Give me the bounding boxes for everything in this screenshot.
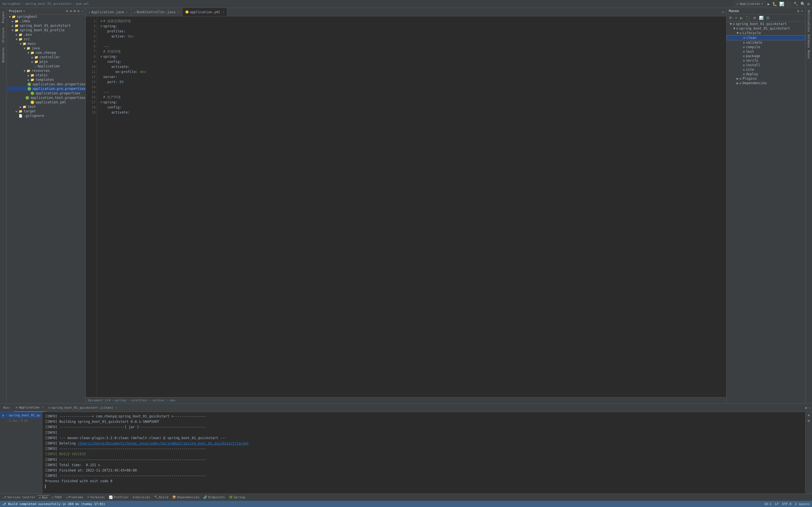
maven-item-install[interactable]: ⚙install [726, 63, 805, 67]
toolbar-spring[interactable]: 🌿 Spring [227, 496, 247, 499]
tree-item-sb02[interactable]: ▼📁spring_boot_02_profile [7, 28, 86, 33]
filter-icon[interactable]: ⊞ [73, 9, 75, 13]
editor-gear-icon[interactable]: ⚙ [720, 10, 726, 14]
tree-item-app_dev[interactable]: 🟢application.dev.properties [7, 82, 86, 87]
run-icon[interactable]: ▶ [767, 2, 770, 6]
tree-item-idea[interactable]: ▶📁.idea [7, 19, 86, 23]
tab-close-yml[interactable]: ✕ [222, 10, 224, 13]
tree-item-app_test[interactable]: 🟢application.test.properties [7, 96, 86, 100]
run-process-item[interactable]: ▶ ✓ spring_boot_01_qu [0, 412, 42, 418]
fold-icon-8[interactable]: ▼ [99, 54, 103, 59]
structure-icon[interactable]: Structure [2, 26, 5, 44]
tree-item-app_pro[interactable]: 🟢application.pro.properties [7, 87, 86, 91]
tree-item-resources[interactable]: ▼📁resources [7, 68, 86, 73]
tab-close-application[interactable]: ✕ [126, 10, 128, 13]
profile-icon[interactable]: 📊 [779, 2, 784, 6]
maven-item-lifecycle[interactable]: ▼⚙Lifecycle [726, 31, 805, 35]
run-minimize-icon[interactable]: — [809, 406, 811, 410]
tree-item-app_props[interactable]: 🟢application.properties [7, 91, 86, 96]
maven-add-btn[interactable]: + [734, 15, 738, 20]
tree-item-gitignore[interactable]: 📄.gitignore [7, 114, 86, 118]
tab-bookcontroller-java[interactable]: ☕ BookController.java ✕ [131, 8, 183, 16]
fold-icon-2[interactable]: ▼ [99, 24, 103, 29]
toolbar-problems[interactable]: ⚠ Problems [64, 496, 85, 499]
sort-icon[interactable]: ≡ [70, 9, 72, 13]
panel-settings-icon[interactable]: ⚙ [78, 9, 80, 13]
run-console[interactable]: [INFO] ----------------< com.chenyq:spri… [42, 412, 805, 494]
code-area[interactable]: ▼# 设置启用的环境▼spring: profiles: active: dev… [97, 16, 726, 397]
build-icon[interactable]: 🔨 [794, 2, 798, 6]
tree-item-main[interactable]: ▼📁main [7, 41, 86, 46]
console-filter-icon[interactable]: ⊞ [808, 419, 810, 423]
tree-root[interactable]: ▼📁springboot [7, 14, 86, 19]
tree-item-target[interactable]: ▶📁target [7, 109, 86, 114]
toolbar-services[interactable]: ⚙ Services [131, 496, 152, 499]
toolbar-dependencies[interactable]: 📦 Dependencies [170, 496, 201, 499]
tab-application-yml[interactable]: 🟡 application.yml ✕ [183, 8, 227, 16]
bookmarks-icon[interactable]: Bookmarks [2, 46, 5, 64]
maven-item-validate[interactable]: ⚙validate [726, 40, 805, 45]
panel-close-icon[interactable]: — [81, 9, 83, 13]
tab-application-java[interactable]: ☕ Application.java ✕ [86, 8, 131, 16]
tab-clean-close[interactable]: ✕ [115, 406, 117, 409]
maven-minimize-icon[interactable]: — [801, 9, 803, 13]
run-settings-icon[interactable]: ⚙ [805, 406, 807, 410]
fold-icon-1[interactable]: ▼ [99, 18, 103, 24]
tree-item-comchenyq[interactable]: ▼📁com.chenyq [7, 50, 86, 55]
tree-item-mvn[interactable]: ▶📁.mvn [7, 33, 86, 37]
tree-item-java[interactable]: ▼📁java [7, 46, 86, 50]
debug-icon[interactable]: 🐛 [772, 2, 777, 6]
maven-refresh-btn[interactable]: ⟳ [728, 15, 733, 20]
toolbar-run[interactable]: ▶ Run [38, 495, 49, 499]
maven-item-test[interactable]: ⚙test [726, 49, 805, 54]
search-icon[interactable]: 🔍 [801, 2, 805, 6]
maven-item-clean[interactable]: ⚙clean [726, 35, 805, 40]
toolbar-todo[interactable]: ☑ TODO [50, 496, 63, 499]
maven-collapse-btn[interactable]: ⊟ [765, 15, 770, 20]
maven-stop-btn[interactable]: ⬛ [745, 15, 751, 20]
console-scroll-icon[interactable]: ≡ [808, 413, 810, 417]
tree-item-src[interactable]: ▼📁src [7, 37, 86, 41]
tree-item-static[interactable]: ▶📁static [7, 73, 86, 77]
maven-settings-icon[interactable]: ⚙ [797, 9, 799, 13]
collapse-all-icon[interactable]: ⊕ [66, 9, 68, 13]
toolbar-profiler[interactable]: 📈 Profiler [107, 496, 130, 499]
maven-item-compile[interactable]: ⚙compile [726, 45, 805, 49]
fold-icon-17[interactable]: ▼ [99, 100, 103, 105]
console-link[interactable]: /Users/chenyq/Documents/heima_Java/coder… [78, 441, 249, 445]
tree-item-sb01[interactable]: ▶📁spring_boot_01_quickstart [7, 23, 86, 28]
toolbar-build[interactable]: 🔨 Build [153, 496, 170, 499]
toolbar-version-control[interactable]: ⎇ Version Control [1, 496, 37, 499]
maven-run-btn[interactable]: ▶ [739, 15, 744, 20]
tree-item-templates[interactable]: ▶📁templates [7, 77, 86, 82]
maven-skip-tests-btn[interactable]: ⊘ [752, 15, 757, 20]
tree-item-application[interactable]: ☕Application [7, 64, 86, 68]
maven-item-spring_boot_01_quickstart[interactable]: ▼⚙spring_boot_01_quickstart [726, 26, 805, 31]
maven-show-deps-btn[interactable]: 📊 [758, 15, 764, 20]
tab-application-close[interactable]: ✕ [42, 406, 43, 409]
settings-icon[interactable]: ⚙ [808, 2, 810, 6]
tree-item-controller[interactable]: ▶📁controller [7, 55, 86, 59]
project-icon[interactable]: Project [2, 10, 5, 24]
maven-item-deploy[interactable]: ⚙deploy [726, 72, 805, 76]
maven-item-site[interactable]: ⚙site [726, 67, 805, 72]
notifications-icon[interactable]: Notifications [807, 10, 810, 32]
toolbar-endpoints[interactable]: 🔗 Endpoints [202, 496, 227, 499]
tab-application[interactable]: ▶ Application ✕ [14, 404, 46, 412]
maven-item-verify[interactable]: ⚙verify [726, 58, 805, 63]
bottom-panel: Run: ▶ Application ✕ m spring_boot_01_qu… [0, 403, 812, 494]
maven-item-spring_boot_01_quickstart[interactable]: ▼⚙spring_boot_01_quickstart [726, 22, 805, 26]
tree-item-pojo[interactable]: ▶📁pojo [7, 59, 86, 64]
toolbar-terminal[interactable]: ⌨ Terminal [86, 496, 107, 499]
tab-clean[interactable]: m spring_boot_01_quickstart [clean] ✕ [46, 404, 119, 412]
run-config-button[interactable]: ▶ Application ▾ [734, 1, 766, 6]
database-icon[interactable]: Database [807, 34, 810, 48]
tree-item-app_yml[interactable]: 🟡application.yml [7, 100, 86, 105]
tab-close-bookcontroller[interactable]: ✕ [177, 10, 179, 13]
maven-side-icon[interactable]: Maven [807, 50, 810, 59]
maven-item-dependencies[interactable]: ▶⚙Dependencies [726, 81, 805, 86]
tree-item-test[interactable]: ▶📁test [7, 105, 86, 109]
stop-icon[interactable]: ⬛ [786, 2, 791, 6]
maven-item-package[interactable]: ⚙package [726, 54, 805, 58]
maven-item-plugins[interactable]: ▶⚙Plugins [726, 76, 805, 81]
